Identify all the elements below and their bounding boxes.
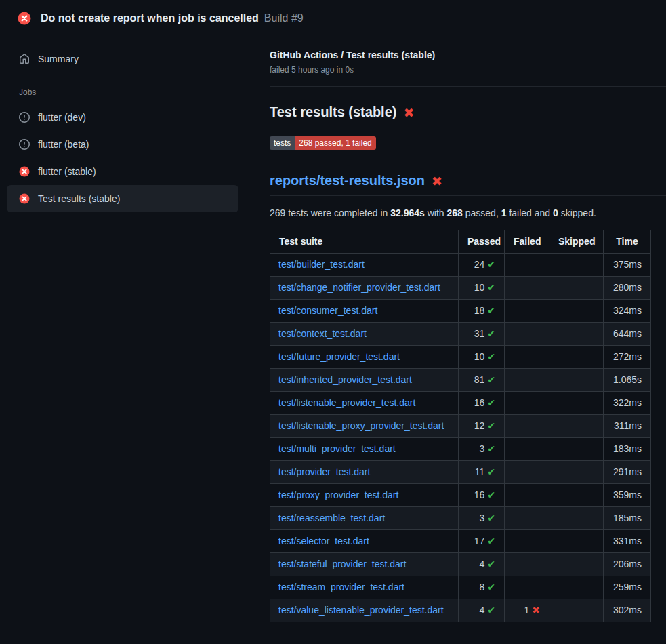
test-suite-link[interactable]: test/inherited_provider_test.dart [278, 374, 412, 385]
col-header-failed: Failed [505, 230, 549, 254]
skipped-cell [549, 507, 604, 530]
check-icon: ✔ [487, 259, 495, 270]
failed-cell [505, 392, 549, 415]
test-suite-link[interactable]: test/consumer_test.dart [278, 305, 377, 316]
test-suite-cell: test/stateful_provider_test.dart [270, 553, 459, 576]
test-suite-link[interactable]: test/context_test.dart [278, 328, 367, 339]
test-suite-link[interactable]: test/builder_test.dart [278, 259, 365, 270]
test-suite-link[interactable]: test/listenable_provider_test.dart [278, 397, 415, 408]
test-suite-link[interactable]: test/change_notifier_provider_test.dart [278, 282, 440, 293]
x-circle-icon [19, 193, 30, 204]
test-suite-link[interactable]: test/selector_test.dart [278, 536, 369, 546]
time-cell: 644ms [604, 323, 651, 346]
summary-text: passed, [463, 207, 501, 218]
test-suite-cell: test/stream_provider_test.dart [270, 576, 459, 599]
passed-cell: 16 ✔ [459, 392, 505, 415]
failed-cell [505, 415, 549, 438]
failed-cell [505, 254, 549, 277]
page-title: Do not create report when job is cancell… [41, 12, 304, 24]
check-icon: ✔ [487, 420, 495, 431]
summary-text: skipped. [558, 207, 596, 218]
failed-cell [505, 553, 549, 576]
report-heading: reports/test-results.json ✖ [270, 173, 666, 196]
passed-cell: 81 ✔ [459, 369, 505, 392]
checks-page: Do not create report when job is cancell… [0, 0, 666, 644]
test-suite-link[interactable]: test/stateful_provider_test.dart [278, 559, 406, 569]
time-cell: 324ms [604, 300, 651, 323]
passed-cell: 24 ✔ [459, 254, 505, 277]
failed-cell: 1 ✖ [505, 599, 549, 622]
failed-cell [505, 484, 549, 507]
passed-cell: 17 ✔ [459, 530, 505, 553]
test-suite-cell: test/provider_test.dart [270, 461, 459, 484]
check-section-title: Test results (stable) ✖ [270, 104, 666, 120]
col-header-skipped: Skipped [549, 230, 604, 254]
tests-summary-line: 269 tests were completed in 32.964s with… [270, 207, 666, 218]
workflow-breadcrumb: GitHub Actions / Test results (stable) [270, 49, 666, 60]
main-content: GitHub Actions / Test results (stable) f… [252, 35, 666, 636]
check-icon: ✔ [487, 443, 495, 454]
passed-cell: 4 ✔ [459, 553, 505, 576]
test-suite-link[interactable]: test/future_provider_test.dart [278, 351, 400, 362]
test-suite-link[interactable]: test/provider_test.dart [278, 466, 370, 477]
alert-circle-icon [19, 112, 30, 123]
skipped-cell [549, 484, 604, 507]
tests-badge: tests 268 passed, 1 failed [270, 136, 376, 150]
sidebar-item-flutter-beta[interactable]: flutter (beta) [7, 131, 238, 158]
sidebar-item-summary[interactable]: Summary [7, 45, 238, 73]
col-header-passed: Passed [459, 230, 505, 254]
check-icon: ✔ [487, 559, 495, 569]
test-suite-cell: test/consumer_test.dart [270, 300, 459, 323]
test-suite-cell: test/value_listenable_provider_test.dart [270, 599, 459, 622]
check-icon: ✔ [487, 536, 495, 546]
skipped-cell [549, 277, 604, 300]
job-label: Test results (stable) [38, 192, 120, 205]
test-suite-link[interactable]: test/value_listenable_provider_test.dart [278, 605, 444, 616]
job-label: flutter (stable) [38, 165, 96, 178]
failed-cell [505, 530, 549, 553]
test-suite-link[interactable]: test/proxy_provider_test.dart [278, 489, 398, 500]
skipped-cell [549, 599, 604, 622]
test-suite-link[interactable]: test/stream_provider_test.dart [278, 582, 404, 592]
skipped-cell [549, 254, 604, 277]
time-cell: 206ms [604, 553, 651, 576]
test-suite-cell: test/listenable_proxy_provider_test.dart [270, 415, 459, 438]
test-suite-cell: test/proxy_provider_test.dart [270, 484, 459, 507]
badge-value: 268 passed, 1 failed [295, 136, 375, 150]
sidebar-item-flutter-dev[interactable]: flutter (dev) [7, 104, 238, 131]
failed-cell [505, 507, 549, 530]
test-suite-cell: test/builder_test.dart [270, 254, 459, 277]
summary-strong: 1 [501, 207, 507, 218]
passed-cell: 4 ✔ [459, 599, 505, 622]
table-row: test/value_listenable_provider_test.dart… [270, 599, 651, 622]
test-suite-cell: test/context_test.dart [270, 323, 459, 346]
home-icon [19, 54, 30, 64]
test-results-table: Test suite Passed Failed Skipped Time te… [270, 230, 651, 622]
table-row: test/future_provider_test.dart10 ✔272ms [270, 346, 651, 369]
passed-cell: 3 ✔ [459, 507, 505, 530]
passed-cell: 10 ✔ [459, 277, 505, 300]
jobs-section-label: Jobs [7, 73, 238, 104]
skipped-cell [549, 553, 604, 576]
check-icon: ✔ [487, 512, 495, 523]
passed-cell: 31 ✔ [459, 323, 505, 346]
summary-strong: 32.964s [390, 207, 425, 218]
time-cell: 183ms [604, 438, 651, 461]
sidebar-item-flutter-stable[interactable]: flutter (stable) [7, 158, 238, 185]
check-icon: ✔ [487, 466, 495, 477]
test-suite-link[interactable]: test/multi_provider_test.dart [278, 443, 396, 454]
time-cell: 280ms [604, 277, 651, 300]
sidebar-item-test-results-stable[interactable]: Test results (stable) [7, 185, 238, 212]
check-icon: ✔ [487, 397, 495, 408]
divider [270, 86, 666, 87]
passed-cell: 3 ✔ [459, 438, 505, 461]
table-row: test/provider_test.dart11 ✔291ms [270, 461, 651, 484]
run-name: Do not create report when job is cancell… [41, 12, 259, 24]
report-file-link[interactable]: reports/test-results.json [270, 173, 425, 188]
skipped-cell [549, 392, 604, 415]
test-suite-link[interactable]: test/reassemble_test.dart [278, 512, 385, 523]
test-suite-link[interactable]: test/listenable_proxy_provider_test.dart [278, 420, 444, 431]
summary-strong: 0 [553, 207, 558, 218]
summary-text: with [425, 207, 447, 218]
cross-mark-icon: ✖ [432, 174, 442, 188]
